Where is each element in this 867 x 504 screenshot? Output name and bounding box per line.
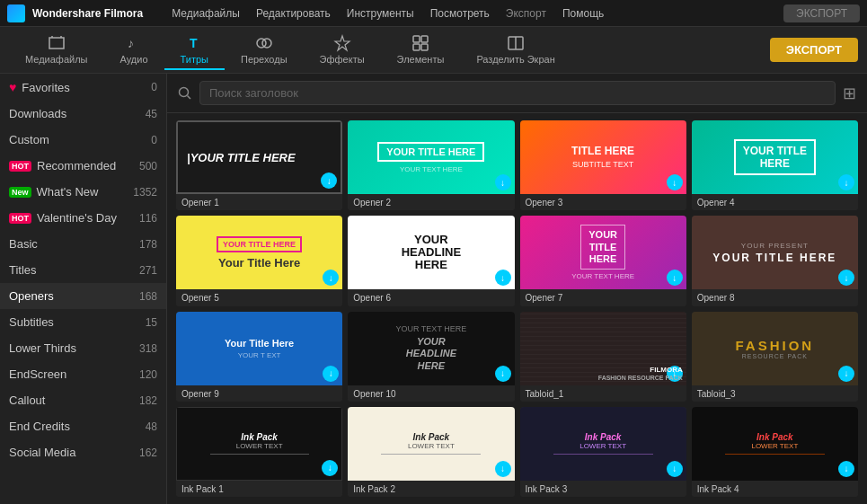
content-area: ⊞ |YOUR TITLE HERE ↓ Opener 1 YOUR TITLE… [167, 74, 867, 504]
list-item[interactable]: |YOUR TITLE HERE ↓ Opener 1 [176, 120, 342, 210]
sidebar-item-valentines[interactable]: HOT Valentine's Day 116 [0, 205, 166, 231]
hot-badge: HOT [9, 161, 31, 172]
new-badge: New [9, 187, 31, 198]
toolbar-media[interactable]: Медиафайлы [9, 31, 103, 70]
list-item[interactable]: YOURTITLEHERE YOUR TEXT HERE ↓ Opener 7 [520, 216, 686, 305]
menu-edit[interactable]: Редактировать [249, 5, 338, 22]
template-grid: |YOUR TITLE HERE ↓ Opener 1 YOUR TITLE H… [167, 113, 867, 504]
heart-icon: ♥ [9, 80, 16, 94]
title-bar: Wondershare Filmora Медиафайлы Редактиро… [0, 0, 867, 27]
toolbar-audio[interactable]: ♪ Аудио [103, 31, 164, 70]
sidebar-item-callout[interactable]: Callout 182 [0, 387, 166, 413]
list-item[interactable]: TITLE HERESUBTITLE TEXT ↓ Opener 3 [520, 120, 686, 210]
title-export-button[interactable]: ЭКСПОРТ [783, 4, 860, 22]
list-item[interactable]: Ink Pack LOWER TEXT ↓ Ink Pack 2 [348, 407, 514, 497]
svg-rect-6 [421, 36, 428, 42]
list-item[interactable]: YOUR TITLE HERE Your Title Here ↓ Opener… [176, 216, 342, 305]
sidebar-item-whatsnew[interactable]: New What's New 1352 [0, 179, 166, 205]
sidebar: ♥ Favorites 0 Downloads 45 Custom 0 HOT … [0, 74, 167, 504]
list-item[interactable]: Ink Pack LOWER TEXT ↓ Ink Pack 3 [520, 407, 686, 497]
svg-line-12 [188, 95, 191, 99]
list-item[interactable]: YOUR TITLEHERE ↓ Opener 4 [692, 120, 858, 210]
list-item[interactable]: FILMORAFASHION RESOURCE PACK ↓ Tabloid_1 [520, 312, 686, 402]
export-button[interactable]: ЭКСПОРТ [770, 38, 858, 62]
main-layout: ♥ Favorites 0 Downloads 45 Custom 0 HOT … [0, 74, 867, 504]
list-item[interactable]: YOUR PRESENT YOUR TITLE HERE ↓ Opener 8 [692, 216, 858, 305]
svg-point-11 [180, 87, 189, 96]
sidebar-item-downloads[interactable]: Downloads 45 [0, 101, 166, 127]
list-item[interactable]: Ink Pack LOWER TEXT ↓ Ink Pack 1 [176, 407, 342, 497]
list-item[interactable]: YOUR TITLE HERE YOUR TEXT HERE ↓ Opener … [348, 120, 514, 210]
menu-help[interactable]: Помощь [555, 5, 611, 22]
menu-file[interactable]: Медиафайлы [164, 5, 247, 22]
svg-rect-7 [413, 44, 420, 50]
toolbar-effects[interactable]: Эффекты [304, 31, 381, 70]
menu-export[interactable]: Экспорт [499, 5, 553, 22]
sidebar-item-titles[interactable]: Titles 271 [0, 257, 166, 283]
sidebar-item-socialmedia[interactable]: Social Media 162 [0, 439, 166, 465]
menu-tools[interactable]: Инструменты [340, 5, 421, 22]
sidebar-item-basic[interactable]: Basic 178 [0, 231, 166, 257]
sidebar-item-favorites[interactable]: ♥ Favorites 0 [0, 74, 166, 101]
sidebar-item-recommended[interactable]: HOT Recommended 500 [0, 153, 166, 179]
sidebar-item-lowerthirds[interactable]: Lower Thirds 318 [0, 335, 166, 361]
menu-view[interactable]: Посмотреть [423, 5, 497, 22]
app-name: Wondershare Filmora [32, 7, 143, 20]
svg-marker-4 [335, 36, 349, 50]
toolbar-elements[interactable]: Элементы [381, 31, 461, 70]
hot-badge-2: HOT [9, 213, 31, 224]
sidebar-item-subtitles[interactable]: Subtitles 15 [0, 309, 166, 335]
sidebar-item-openers[interactable]: Openers 168 [0, 283, 166, 309]
sidebar-item-custom[interactable]: Custom 0 [0, 127, 166, 153]
menu-bar: Медиафайлы Редактировать Инструменты Пос… [164, 5, 611, 22]
toolbar-transitions[interactable]: Переходы [225, 31, 304, 70]
toolbar-titles[interactable]: T Титры [164, 31, 225, 70]
sidebar-item-endscreen[interactable]: EndScreen 120 [0, 361, 166, 387]
app-logo [7, 4, 25, 22]
grid-toggle-icon[interactable]: ⊞ [843, 84, 856, 103]
svg-point-3 [262, 39, 271, 48]
list-item[interactable]: FASHION RESOURCE PACK ↓ Tabloid_3 [692, 312, 858, 402]
svg-rect-8 [421, 44, 428, 50]
sidebar-item-endcredits[interactable]: End Credits 48 [0, 413, 166, 439]
svg-rect-5 [413, 36, 420, 42]
search-input[interactable] [199, 81, 836, 105]
search-bar: ⊞ [167, 74, 867, 113]
search-icon [178, 86, 192, 101]
list-item[interactable]: YOUR TEXT HERE YOURHEADLINEHERE ↓ Opener… [348, 312, 514, 402]
list-item[interactable]: YOURHEADLINEHERE ↓ Opener 6 [348, 216, 514, 305]
list-item[interactable]: Ink Pack LOWER TEXT ↓ Ink Pack 4 [692, 407, 858, 497]
list-item[interactable]: Your Title Here YOUR T EXT ↓ Opener 9 [176, 312, 342, 402]
svg-text:T: T [190, 36, 198, 50]
svg-text:♪: ♪ [128, 36, 134, 50]
toolbar-split[interactable]: Разделить Экран [460, 31, 571, 70]
toolbar: Медиафайлы ♪ Аудио T Титры Переходы Эффе… [0, 27, 867, 74]
